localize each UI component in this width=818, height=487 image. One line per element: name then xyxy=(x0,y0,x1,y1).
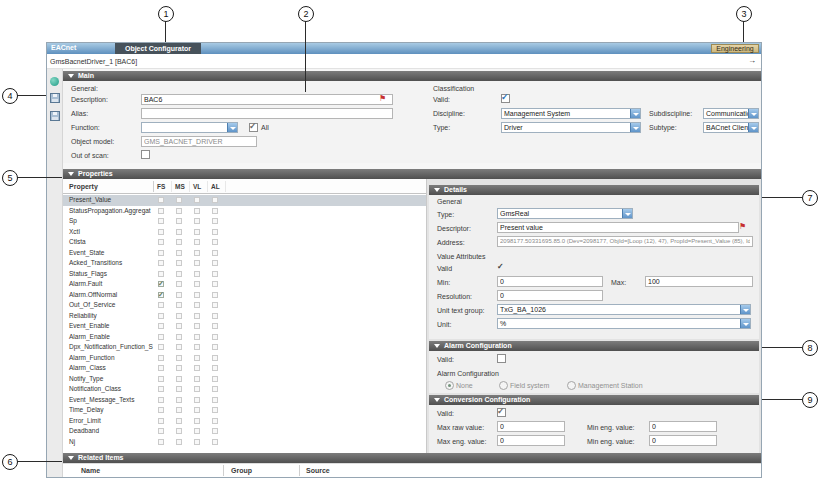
property-row[interactable]: Event_Message_Texts xyxy=(63,395,426,406)
save-as-icon[interactable] xyxy=(50,111,60,121)
property-checkbox-ms[interactable] xyxy=(176,386,182,392)
property-row[interactable]: Reliability xyxy=(63,311,426,322)
property-checkbox-al[interactable] xyxy=(212,407,218,413)
property-row[interactable]: Event_Enable xyxy=(63,321,426,332)
property-checkbox-ms[interactable] xyxy=(176,281,182,287)
details-type-select[interactable]: GmsReal xyxy=(497,208,633,219)
conversion-valid-checkbox[interactable] xyxy=(497,408,506,417)
property-checkbox-al[interactable] xyxy=(212,418,218,424)
property-checkbox-ms[interactable] xyxy=(176,260,182,266)
property-checkbox-vl[interactable] xyxy=(194,386,200,392)
engineering-mode-button[interactable]: Engineering xyxy=(711,44,759,53)
subtype-select[interactable]: BACnet Client xyxy=(703,122,759,133)
property-row[interactable]: Status_Flags xyxy=(63,269,426,280)
property-checkbox-vl[interactable] xyxy=(194,197,200,203)
property-checkbox-ms[interactable] xyxy=(176,313,182,319)
property-row[interactable]: Alarm_Enable xyxy=(63,332,426,343)
property-checkbox-ms[interactable] xyxy=(176,397,182,403)
property-checkbox-al[interactable] xyxy=(212,334,218,340)
property-checkbox-ms[interactable] xyxy=(176,355,182,361)
max-eng-value-input[interactable] xyxy=(497,435,565,446)
property-checkbox-fs[interactable] xyxy=(158,386,164,392)
property-checkbox-fs[interactable] xyxy=(158,439,164,445)
property-checkbox-fs[interactable] xyxy=(158,418,164,424)
property-checkbox-vl[interactable] xyxy=(194,260,200,266)
chevron-down-icon[interactable] xyxy=(740,319,750,328)
property-checkbox-vl[interactable] xyxy=(194,250,200,256)
property-checkbox-al[interactable] xyxy=(212,260,218,266)
property-checkbox-vl[interactable] xyxy=(194,397,200,403)
property-checkbox-vl[interactable] xyxy=(194,313,200,319)
property-checkbox-ms[interactable] xyxy=(176,208,182,214)
pane-arrow-icon[interactable]: → xyxy=(748,57,756,65)
save-icon[interactable] xyxy=(50,93,60,103)
property-checkbox-vl[interactable] xyxy=(194,428,200,434)
discipline-select[interactable]: Management System xyxy=(501,108,641,119)
property-checkbox-ms[interactable] xyxy=(176,292,182,298)
property-checkbox-vl[interactable] xyxy=(194,229,200,235)
property-checkbox-ms[interactable] xyxy=(176,271,182,277)
property-checkbox-ms[interactable] xyxy=(176,239,182,245)
property-checkbox-vl[interactable] xyxy=(194,355,200,361)
property-checkbox-fs[interactable] xyxy=(158,302,164,308)
property-checkbox-ms[interactable] xyxy=(176,365,182,371)
property-checkbox-vl[interactable] xyxy=(194,208,200,214)
related-items-header[interactable]: Related Items xyxy=(63,453,761,463)
property-row[interactable]: Alarm_Function xyxy=(63,353,426,364)
property-checkbox-al[interactable] xyxy=(212,439,218,445)
property-row[interactable]: Notification_Class xyxy=(63,384,426,395)
property-checkbox-al[interactable] xyxy=(212,208,218,214)
property-checkbox-vl[interactable] xyxy=(194,344,200,350)
details-section-header[interactable]: Details xyxy=(429,185,759,195)
translation-flag-icon[interactable]: ⚑ xyxy=(739,223,746,231)
min-eng-value-input-1[interactable] xyxy=(649,421,717,432)
property-checkbox-vl[interactable] xyxy=(194,365,200,371)
unit-text-group-select[interactable]: TxG_BA_1026 xyxy=(497,304,751,315)
property-checkbox-ms[interactable] xyxy=(176,250,182,256)
property-checkbox-fs[interactable] xyxy=(158,250,164,256)
property-checkbox-fs[interactable] xyxy=(158,355,164,361)
property-checkbox-ms[interactable] xyxy=(176,323,182,329)
property-checkbox-fs[interactable] xyxy=(158,260,164,266)
property-checkbox-vl[interactable] xyxy=(194,292,200,298)
property-checkbox-al[interactable] xyxy=(212,397,218,403)
property-checkbox-fs[interactable] xyxy=(158,281,164,287)
property-checkbox-ms[interactable] xyxy=(176,229,182,235)
property-row[interactable]: Dpx_Notification_Function_S xyxy=(63,342,426,353)
property-checkbox-vl[interactable] xyxy=(194,281,200,287)
property-row[interactable]: Nj xyxy=(63,437,426,448)
radio-field-system[interactable] xyxy=(499,381,508,390)
property-checkbox-vl[interactable] xyxy=(194,302,200,308)
property-row[interactable]: Deadband xyxy=(63,426,426,437)
property-checkbox-al[interactable] xyxy=(212,292,218,298)
chevron-down-icon[interactable] xyxy=(630,109,640,118)
alarm-configuration-header[interactable]: Alarm Configuration xyxy=(429,341,759,351)
description-input[interactable] xyxy=(141,94,393,105)
property-row[interactable]: Ctlsta xyxy=(63,237,426,248)
property-checkbox-al[interactable] xyxy=(212,386,218,392)
property-checkbox-al[interactable] xyxy=(212,239,218,245)
classification-valid-checkbox[interactable] xyxy=(501,94,510,103)
property-checkbox-al[interactable] xyxy=(212,271,218,277)
property-row[interactable]: Error_Limit xyxy=(63,416,426,427)
property-checkbox-vl[interactable] xyxy=(194,418,200,424)
property-checkbox-ms[interactable] xyxy=(176,218,182,224)
property-checkbox-ms[interactable] xyxy=(176,334,182,340)
chevron-down-icon[interactable] xyxy=(748,123,758,132)
property-row[interactable]: Present_Value xyxy=(63,195,426,206)
property-checkbox-fs[interactable] xyxy=(158,397,164,403)
property-checkbox-al[interactable] xyxy=(212,281,218,287)
property-checkbox-ms[interactable] xyxy=(176,439,182,445)
property-row[interactable]: Alarm_Class xyxy=(63,363,426,374)
property-checkbox-al[interactable] xyxy=(212,323,218,329)
min-input[interactable] xyxy=(497,276,603,287)
chevron-down-icon[interactable] xyxy=(227,123,237,132)
subdiscipline-select[interactable]: Communication xyxy=(703,108,759,119)
property-checkbox-fs[interactable] xyxy=(158,323,164,329)
chevron-down-icon[interactable] xyxy=(630,123,640,132)
alarm-valid-checkbox[interactable] xyxy=(497,354,506,363)
property-checkbox-al[interactable] xyxy=(212,250,218,256)
property-row[interactable]: Out_Of_Service xyxy=(63,300,426,311)
chevron-down-icon[interactable] xyxy=(748,109,758,118)
property-checkbox-fs[interactable] xyxy=(158,376,164,382)
